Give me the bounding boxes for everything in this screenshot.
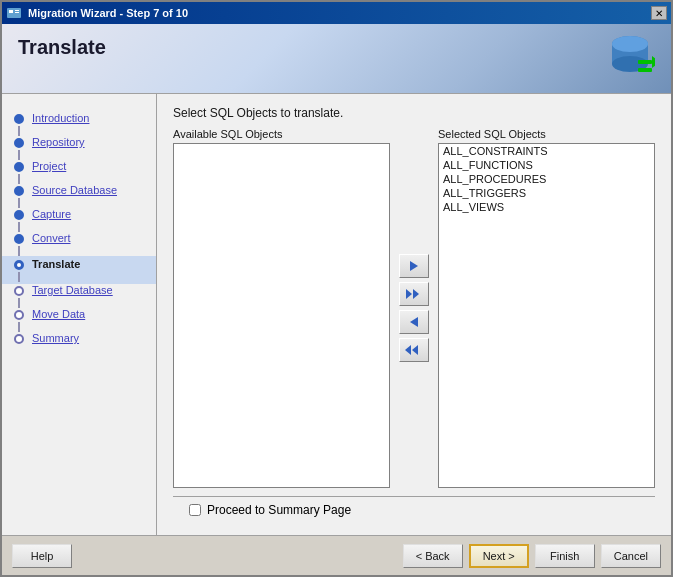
- content-instruction: Select SQL Objects to translate.: [173, 106, 655, 120]
- step-dot-target-database: [14, 286, 24, 296]
- sidebar-item-source-database[interactable]: Source Database: [2, 184, 156, 208]
- step-dot-source-database: [14, 186, 24, 196]
- sidebar-label-source-database: Source Database: [32, 184, 117, 196]
- svg-rect-8: [638, 60, 652, 64]
- sidebar-item-project[interactable]: Project: [2, 160, 156, 184]
- selected-list-title: Selected SQL Objects: [438, 128, 655, 140]
- step-dot-capture: [14, 210, 24, 220]
- header-icon: [600, 32, 655, 90]
- list-item[interactable]: ALL_FUNCTIONS: [439, 158, 654, 172]
- chevron-right-icon: [407, 259, 421, 273]
- header-area: Translate: [2, 24, 671, 94]
- close-button[interactable]: ✕: [651, 6, 667, 20]
- sidebar-label-repository: Repository: [32, 136, 85, 148]
- svg-rect-1: [9, 10, 13, 13]
- step-list: Introduction Repository Proj: [2, 104, 156, 354]
- selected-list[interactable]: ALL_CONSTRAINTSALL_FUNCTIONSALL_PROCEDUR…: [438, 143, 655, 488]
- double-chevron-right-icon: [405, 287, 423, 301]
- move-left-button[interactable]: [399, 310, 429, 334]
- sidebar-label-target-database: Target Database: [32, 284, 113, 296]
- sidebar: Introduction Repository Proj: [2, 94, 157, 535]
- footer-right: < Back Next > Finish Cancel: [403, 544, 661, 568]
- page-title: Translate: [18, 36, 655, 59]
- svg-marker-12: [406, 289, 412, 299]
- title-bar-text: Migration Wizard - Step 7 of 10: [6, 5, 188, 21]
- sidebar-item-target-database[interactable]: Target Database: [2, 284, 156, 308]
- svg-marker-14: [410, 317, 418, 327]
- sidebar-label-move-data: Move Data: [32, 308, 85, 320]
- step-dot-summary: [14, 334, 24, 344]
- finish-button[interactable]: Finish: [535, 544, 595, 568]
- svg-point-7: [612, 36, 648, 52]
- sidebar-item-introduction[interactable]: Introduction: [2, 112, 156, 136]
- list-item[interactable]: ALL_CONSTRAINTS: [439, 144, 654, 158]
- proceed-checkbox-label[interactable]: Proceed to Summary Page: [189, 503, 639, 517]
- double-chevron-left-icon: [405, 343, 423, 357]
- available-list-title: Available SQL Objects: [173, 128, 390, 140]
- step-dot-project: [14, 162, 24, 172]
- title-bar: Migration Wizard - Step 7 of 10 ✕: [2, 2, 671, 24]
- sidebar-item-summary[interactable]: Summary: [2, 332, 156, 346]
- content-panel: Select SQL Objects to translate. Availab…: [157, 94, 671, 535]
- arrow-buttons-panel: [396, 128, 432, 488]
- sidebar-label-capture: Capture: [32, 208, 71, 220]
- transfer-area: Available SQL Objects: [173, 128, 655, 488]
- sidebar-label-introduction: Introduction: [32, 112, 89, 124]
- step-dot-move-data: [14, 310, 24, 320]
- sidebar-label-project: Project: [32, 160, 66, 172]
- svg-rect-2: [15, 10, 19, 11]
- step-dot-introduction: [14, 114, 24, 124]
- step-dot-convert: [14, 234, 24, 244]
- svg-marker-9: [652, 56, 655, 68]
- sidebar-label-convert: Convert: [32, 232, 71, 244]
- footer: Help < Back Next > Finish Cancel: [2, 535, 671, 575]
- sidebar-label-summary: Summary: [32, 332, 79, 344]
- sidebar-item-translate[interactable]: Translate: [2, 256, 156, 284]
- move-all-left-button[interactable]: [399, 338, 429, 362]
- sidebar-item-capture[interactable]: Capture: [2, 208, 156, 232]
- step-dot-translate: [14, 260, 24, 270]
- main-content-area: Introduction Repository Proj: [2, 94, 671, 535]
- available-column: Available SQL Objects: [173, 128, 390, 488]
- footer-left: Help: [12, 544, 72, 568]
- svg-marker-16: [405, 345, 411, 355]
- selected-column: Selected SQL Objects ALL_CONSTRAINTSALL_…: [438, 128, 655, 488]
- sidebar-item-repository[interactable]: Repository: [2, 136, 156, 160]
- move-all-right-button[interactable]: [399, 282, 429, 306]
- svg-rect-10: [638, 68, 652, 72]
- sidebar-item-move-data[interactable]: Move Data: [2, 308, 156, 332]
- svg-marker-15: [412, 345, 418, 355]
- list-item[interactable]: ALL_VIEWS: [439, 200, 654, 214]
- proceed-checkbox-area: Proceed to Summary Page: [173, 496, 655, 523]
- list-item[interactable]: ALL_PROCEDURES: [439, 172, 654, 186]
- step-dot-repository: [14, 138, 24, 148]
- svg-marker-11: [410, 261, 418, 271]
- next-button[interactable]: Next >: [469, 544, 529, 568]
- chevron-left-icon: [407, 315, 421, 329]
- available-list[interactable]: [173, 143, 390, 488]
- move-right-button[interactable]: [399, 254, 429, 278]
- proceed-checkbox[interactable]: [189, 504, 201, 516]
- proceed-label-text: Proceed to Summary Page: [207, 503, 351, 517]
- title-text: Migration Wizard - Step 7 of 10: [28, 7, 188, 19]
- sidebar-item-convert[interactable]: Convert: [2, 232, 156, 256]
- wizard-icon: [6, 5, 22, 21]
- cancel-button[interactable]: Cancel: [601, 544, 661, 568]
- svg-marker-13: [413, 289, 419, 299]
- list-item[interactable]: ALL_TRIGGERS: [439, 186, 654, 200]
- main-window: Migration Wizard - Step 7 of 10 ✕ Transl…: [0, 0, 673, 577]
- sidebar-label-translate: Translate: [32, 258, 80, 270]
- svg-rect-3: [15, 12, 19, 13]
- help-button[interactable]: Help: [12, 544, 72, 568]
- back-button[interactable]: < Back: [403, 544, 463, 568]
